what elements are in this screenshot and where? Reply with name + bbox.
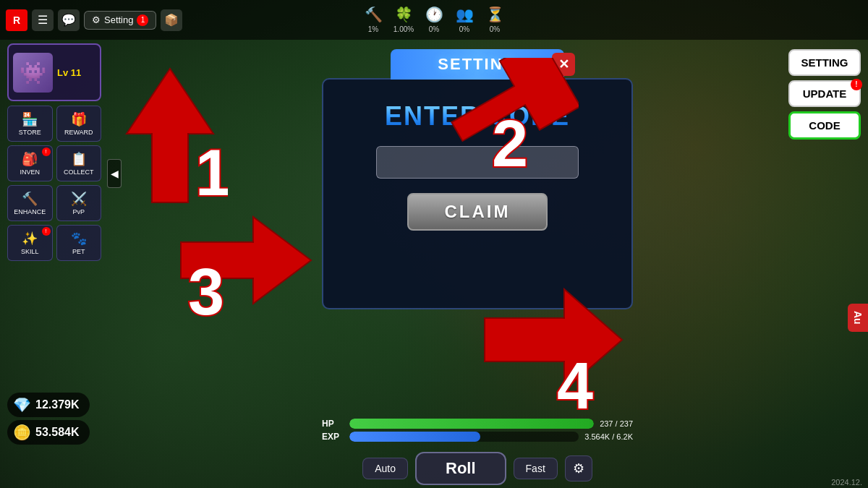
hammer-icon: 🔨: [362, 4, 384, 25]
auto-button[interactable]: Auto: [362, 458, 408, 479]
right-update-button[interactable]: UPDATE !: [788, 80, 861, 107]
hammer-pct: 1%: [368, 25, 378, 33]
gem-value: 12.379K: [35, 398, 80, 411]
exp-bar-fill: [349, 432, 480, 442]
roblox-logo: R: [6, 9, 27, 31]
sidebar-item-pvp[interactable]: ⚔️ PvP: [56, 185, 102, 221]
sidebar-collapse-button[interactable]: ◀: [107, 159, 122, 188]
hp-label: HP: [322, 419, 344, 429]
sidebar-item-pet[interactable]: 🐾 PET: [56, 225, 102, 261]
collect-label: COLLECT: [64, 168, 94, 176]
top-icon-group[interactable]: 👥 0%: [454, 4, 475, 33]
dialog-body: ENTER CODE CLAIM: [322, 78, 633, 309]
group-pct: 0%: [459, 25, 469, 33]
group-icon: 👥: [454, 4, 475, 25]
avatar-emoji: 👾: [20, 60, 46, 85]
gem-icon: 💎: [13, 396, 31, 414]
right-code-button[interactable]: CODE: [788, 111, 861, 140]
pvp-label: PvP: [72, 208, 85, 215]
skill-icon: ✨: [22, 231, 38, 247]
setting-dialog: SETTING ✕ ENTER CODE CLAIM: [322, 49, 633, 309]
hp-bar-track: [349, 419, 594, 429]
left-sidebar: 👾 Lv 11 🏪 STORE 🎁 REWARD 🎒 INVEN 📋 COLLE…: [7, 43, 101, 261]
clover-pct: 1.00%: [393, 25, 414, 33]
top-icon-clock[interactable]: 🕐 0%: [423, 4, 445, 33]
clock-pct: 0%: [429, 25, 439, 33]
gear-icon: ⚙: [92, 14, 101, 25]
hp-bar-row: HP 237 / 237: [322, 419, 633, 429]
inven-label: INVEN: [20, 168, 40, 176]
inventory-top-button[interactable]: 📦: [161, 9, 182, 31]
chat-button[interactable]: 💬: [58, 9, 80, 31]
top-icon-clover[interactable]: 🍀 1.00%: [393, 4, 414, 33]
hourglass-pct: 0%: [490, 25, 500, 33]
setting-tab[interactable]: ⚙ Setting 1: [84, 11, 156, 30]
right-setting-button[interactable]: SETTING: [788, 49, 861, 76]
inven-icon: 🎒: [22, 151, 38, 167]
update-notification-badge: !: [851, 79, 862, 90]
top-center-icons: 🔨 1% 🍀 1.00% 🕐 0% 👥 0% ⏳ 0%: [362, 4, 506, 33]
sidebar-grid: 🏪 STORE 🎁 REWARD 🎒 INVEN 📋 COLLECT 🔨 ENH…: [7, 106, 101, 261]
dialog-close-button[interactable]: ✕: [552, 53, 575, 76]
hp-bar-fill: [349, 419, 594, 429]
settings-gear-button[interactable]: ⚙: [565, 455, 592, 481]
gem-currency-row: 💎 12.379K: [7, 393, 90, 417]
top-icon-hourglass[interactable]: ⏳ 0%: [484, 4, 506, 33]
enter-code-title: ENTER CODE: [385, 101, 570, 132]
store-icon: 🏪: [22, 111, 38, 127]
fast-button[interactable]: Fast: [514, 458, 558, 479]
dialog-title: SETTING: [438, 55, 516, 74]
dialog-title-bar: SETTING ✕: [391, 49, 564, 80]
code-input[interactable]: [376, 146, 579, 179]
sidebar-item-inven[interactable]: 🎒 INVEN: [7, 145, 53, 181]
enhance-label: ENHANCE: [14, 208, 46, 215]
clock-icon: 🕐: [423, 4, 445, 25]
pet-icon: 🐾: [71, 231, 87, 247]
date-stamp: 2024.12.: [831, 478, 862, 487]
right-panel: SETTING UPDATE ! CODE: [788, 49, 861, 140]
player-info: Lv 11: [57, 67, 81, 78]
sidebar-item-store[interactable]: 🏪 STORE: [7, 106, 53, 142]
hp-value: 237 / 237: [600, 419, 633, 428]
coin-icon: 🪙: [13, 424, 31, 441]
reward-label: REWARD: [64, 129, 93, 136]
menu-button[interactable]: ☰: [32, 9, 54, 31]
hourglass-icon: ⏳: [484, 4, 506, 25]
bottom-bar: Auto Roll Fast ⚙: [322, 448, 633, 488]
skill-label: SKILL: [21, 248, 39, 255]
clover-icon: 🍀: [393, 4, 414, 25]
roll-button[interactable]: Roll: [415, 452, 506, 485]
gear-icon: ⚙: [573, 461, 584, 476]
exp-value: 3.564K / 6.2K: [584, 432, 633, 441]
pvp-icon: ⚔️: [71, 191, 87, 207]
collect-icon: 📋: [71, 151, 87, 167]
sidebar-item-collect[interactable]: 📋 COLLECT: [56, 145, 102, 181]
player-level: Lv 11: [57, 67, 81, 78]
reward-icon: 🎁: [71, 111, 87, 127]
setting-tab-label: Setting: [104, 14, 133, 25]
exp-bar-track: [349, 432, 579, 442]
update-label: UPDATE: [803, 87, 847, 100]
top-icon-hammer[interactable]: 🔨 1%: [362, 4, 384, 33]
enhance-icon: 🔨: [22, 191, 38, 207]
sidebar-item-reward[interactable]: 🎁 REWARD: [56, 106, 102, 142]
exp-label: EXP: [322, 432, 344, 442]
player-avatar: 👾: [13, 53, 53, 93]
claim-button[interactable]: CLAIM: [407, 193, 548, 231]
pet-label: PET: [72, 248, 85, 255]
sidebar-item-skill[interactable]: ✨ SKILL: [7, 225, 53, 261]
auto-edge-button[interactable]: Au: [848, 304, 868, 332]
coin-currency-row: 🪙 53.584K: [7, 420, 90, 445]
currency-panel: 💎 12.379K 🪙 53.584K: [7, 393, 90, 445]
sidebar-item-enhance[interactable]: 🔨 ENHANCE: [7, 185, 53, 221]
player-card: 👾 Lv 11: [7, 43, 101, 101]
exp-bar-row: EXP 3.564K / 6.2K: [322, 432, 633, 442]
coin-value: 53.584K: [35, 426, 80, 439]
bars-container: HP 237 / 237 EXP 3.564K / 6.2K: [322, 419, 633, 445]
store-label: STORE: [19, 129, 41, 136]
setting-badge: 1: [137, 14, 148, 26]
